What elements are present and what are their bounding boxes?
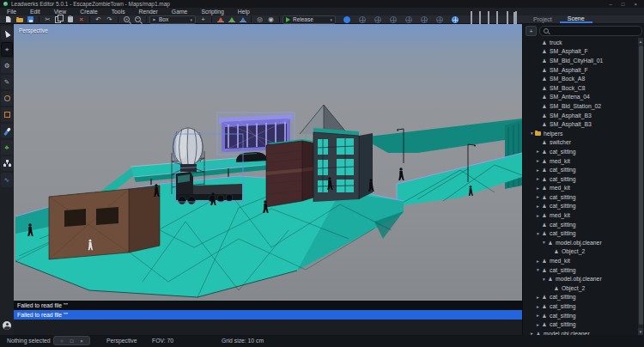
tree-item[interactable]: ▸ ♟ med_kit xyxy=(523,210,639,220)
expand-arrow-icon[interactable]: ▸ xyxy=(535,176,541,181)
undo-button[interactable]: ↶ xyxy=(93,15,104,23)
console-message[interactable]: Failed to read file "" xyxy=(14,310,522,320)
tree-item[interactable]: ♟ SM_Bld_Station_02 xyxy=(523,101,639,111)
expand-arrow-icon[interactable]: ▸ xyxy=(535,149,541,154)
expand-arrow-icon[interactable]: ▸ xyxy=(535,167,541,173)
menu-item[interactable]: File xyxy=(0,8,23,15)
tree-item[interactable]: ▸ ♟ cat_sitting xyxy=(523,192,639,202)
tree-item[interactable]: ▸ ♟ cat_sitting xyxy=(523,311,639,320)
view-mode-solid-button[interactable] xyxy=(343,15,350,23)
box-brush-tool[interactable] xyxy=(1,107,13,122)
expand-arrow-icon[interactable]: ▾ xyxy=(529,131,535,136)
hierarchy-tool[interactable] xyxy=(1,156,13,171)
scroll-down-icon[interactable]: ▼ xyxy=(638,328,643,335)
tree-item[interactable]: ♟ SM_Antena_04 xyxy=(523,93,639,102)
tree-item[interactable]: ♟ truck xyxy=(523,38,639,47)
menu-item[interactable]: Scripting xyxy=(194,8,230,15)
tree-item[interactable]: ♟ SM_Bock_C8 xyxy=(523,83,639,93)
render-settings-button[interactable]: ◉ xyxy=(265,15,276,23)
snap-settings-button[interactable]: ◎ xyxy=(254,15,265,23)
menu-item[interactable]: Edit xyxy=(23,8,47,15)
view-mode-button-8[interactable] xyxy=(451,15,459,23)
tree-item[interactable]: ♟ cat_sitting xyxy=(523,220,639,229)
tree-item[interactable]: ▸ ♟ model.obj.cleaner xyxy=(523,329,639,335)
axis-z-button[interactable] xyxy=(237,15,248,23)
search-input[interactable] xyxy=(539,26,642,36)
add-entity-button[interactable]: + xyxy=(526,26,537,36)
tree-item[interactable]: ▾ ♟ cat_sitting xyxy=(523,228,639,238)
tree-item[interactable]: ▸ ♟ cat_sitting xyxy=(523,320,639,329)
tree-item[interactable]: ▾ ♟ cat_sitting xyxy=(523,265,639,275)
scrollbar-thumb[interactable] xyxy=(639,46,643,325)
expand-arrow-icon[interactable]: ▾ xyxy=(535,231,541,236)
viewport-close-button[interactable]: × xyxy=(80,338,83,344)
zoom-out-button[interactable] xyxy=(132,15,143,23)
tree-item[interactable]: ♟ Object_2 xyxy=(523,247,639,257)
copy-button[interactable] xyxy=(53,15,64,23)
tree-item[interactable]: ▸ ♟ med_kit xyxy=(523,184,639,193)
rotate-tool[interactable]: ⚙ xyxy=(1,58,13,73)
edit-tool[interactable]: ✎ xyxy=(1,75,13,89)
tree-item[interactable]: ♟ SM_Bld_CityHall_01 xyxy=(523,56,639,65)
add-primitive-button[interactable]: + xyxy=(197,15,209,23)
paint-tool[interactable] xyxy=(1,124,13,138)
paste-button[interactable] xyxy=(64,15,76,23)
menu-item[interactable]: Game xyxy=(165,8,195,15)
save-button[interactable] xyxy=(25,15,36,23)
tree-item[interactable]: ▸ ♟ cat_sitting xyxy=(523,174,639,184)
tree-item[interactable]: ♟ SM_Asphalt_F xyxy=(523,65,639,75)
path-tool[interactable]: ∿ xyxy=(1,173,13,187)
menu-item[interactable]: Render xyxy=(132,8,165,15)
user-avatar[interactable] xyxy=(3,321,11,330)
panel-tab[interactable]: Project xyxy=(526,15,560,23)
scroll-up-icon[interactable]: ▲ xyxy=(638,38,643,45)
expand-arrow-icon[interactable]: ▸ xyxy=(535,322,541,327)
expand-arrow-icon[interactable]: ▾ xyxy=(541,240,547,245)
viewport-canvas[interactable] xyxy=(14,24,522,301)
tree-item[interactable]: ▾ helpers xyxy=(523,129,639,138)
move-tool[interactable]: ⌖ xyxy=(1,42,13,57)
delete-button[interactable]: × xyxy=(76,15,87,23)
view-mode-button-5[interactable] xyxy=(404,15,412,23)
tree-item[interactable]: ♟ SM_Bock_A8 xyxy=(523,74,639,83)
panel-tab[interactable]: Scene xyxy=(560,15,592,23)
expand-arrow-icon[interactable]: ▾ xyxy=(535,267,541,272)
primitive-select[interactable]: Box ▾ xyxy=(149,15,196,24)
tree-item[interactable]: ▸ ♟ med_kit xyxy=(523,156,639,166)
zoom-in-button[interactable] xyxy=(121,15,132,23)
tree-item[interactable]: ♟ SM_Asphalt_F xyxy=(523,47,639,57)
expand-arrow-icon[interactable]: ▸ xyxy=(535,158,541,163)
viewport-restore-button[interactable]: ○ xyxy=(60,338,64,344)
menu-item[interactable]: Help xyxy=(231,8,257,15)
minimize-button[interactable]: – xyxy=(610,2,612,7)
expand-arrow-icon[interactable]: ▸ xyxy=(535,213,541,218)
tree-item[interactable]: ▸ ♟ med_kit xyxy=(523,256,639,265)
tree-item[interactable]: ▾ ♟ model.obj.cleaner xyxy=(523,238,639,247)
tree-item[interactable]: ▸ ♟ cat_sitting xyxy=(523,301,639,311)
expand-arrow-icon[interactable]: ▾ xyxy=(541,277,547,282)
select-tool[interactable] xyxy=(1,26,13,40)
expand-arrow-icon[interactable]: ▸ xyxy=(535,304,541,309)
view-mode-button-4[interactable] xyxy=(389,15,397,23)
view-mode-button-2[interactable] xyxy=(358,15,366,23)
tree-item[interactable]: ♟ Object_2 xyxy=(523,283,639,293)
menu-item[interactable]: Tools xyxy=(105,8,132,15)
close-button[interactable]: × xyxy=(634,2,637,7)
expand-arrow-icon[interactable]: ▸ xyxy=(535,194,541,199)
redo-button[interactable]: ↷ xyxy=(104,15,115,23)
menu-item[interactable]: Create xyxy=(73,8,104,15)
cut-button[interactable]: ✂ xyxy=(42,15,53,23)
tree-scrollbar[interactable]: ▲ ▼ xyxy=(638,38,643,335)
terrain-tool[interactable] xyxy=(1,91,13,106)
tree-item[interactable]: ▸ ♟ cat_sitting xyxy=(523,165,639,174)
tree-item[interactable]: ♟ switcher xyxy=(523,138,639,148)
axis-x-button[interactable] xyxy=(215,15,226,23)
foliage-tool[interactable]: ♣ xyxy=(1,140,13,155)
tree-item[interactable]: ▾ ♟ model.obj.cleaner xyxy=(523,274,639,283)
viewport-3d[interactable] xyxy=(14,24,522,301)
tree-item[interactable]: ♟ SM_Asphalt_B3 xyxy=(523,111,639,120)
maximize-button[interactable]: □ xyxy=(622,2,625,7)
new-scene-button[interactable] xyxy=(3,15,14,23)
view-mode-button-7[interactable] xyxy=(435,15,443,23)
tree-item[interactable]: ▸ ♟ cat_sitting xyxy=(523,293,639,302)
